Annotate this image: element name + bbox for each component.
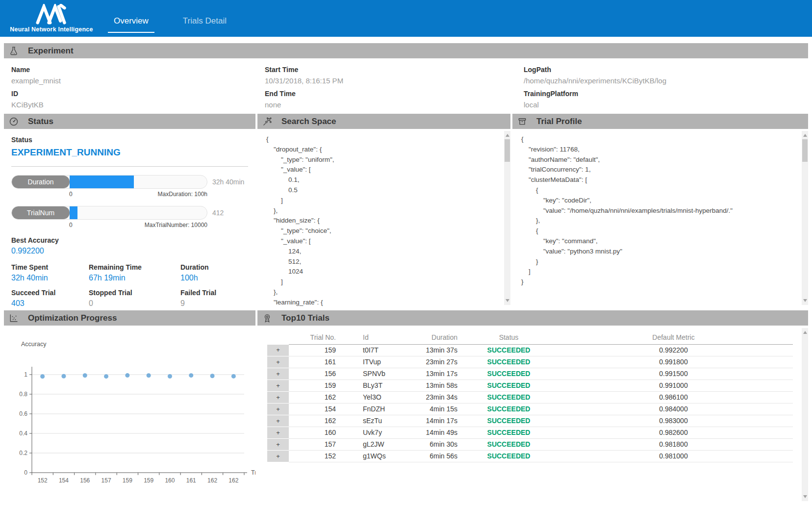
progress-min: 0 [69,191,73,198]
trial-no-cell: 162 [289,415,346,427]
expand-row-button[interactable]: + [267,451,289,462]
column-header-default-metric: Default Metric [554,331,793,345]
metric-cell: 0.991800 [554,356,793,368]
svg-text:159: 159 [123,477,132,484]
stat-cell: Duration 100h [180,263,248,282]
section-title: Search Space [281,117,336,126]
field-value: /home/quzha/nni/experiments/KCiBytKB/log [524,76,808,85]
gauge-icon [9,117,19,126]
table-row: + 159 t0I7T 13min 37s SUCCEEDED 0.992200 [267,345,793,356]
metric-cell: 0.991000 [554,380,793,392]
table-row: + 152 g1WQs 6min 56s SUCCEEDED 0.981000 [267,451,793,462]
scroll-thumb[interactable] [802,139,808,162]
experiment-info: Name example_mnist ID KCiBytKB Start Tim… [4,58,808,114]
stat-label: Duration [180,263,248,271]
svg-text:0.4: 0.4 [19,430,27,437]
scroll-thumb[interactable] [505,139,510,162]
expand-row-button[interactable]: + [267,380,289,392]
experiment-field: LogPath /home/quzha/nni/experiments/KCiB… [524,66,808,89]
trial-id-cell: t0I7T [346,345,400,356]
trial-no-cell: 154 [289,404,346,415]
table-row: + 162 Yel3O 23min 34s SUCCEEDED 0.986100 [267,392,793,404]
svg-text:162: 162 [207,477,217,484]
table-row: + 161 ITVup 23min 27s SUCCEEDED 0.991800 [267,356,793,368]
trial-id-cell: FnDZH [346,404,400,415]
expand-row-button[interactable]: + [267,415,289,427]
metric-cell: 0.981800 [554,439,793,451]
tab-trials-detail[interactable]: Trials Detail [177,4,232,33]
section-title: Top10 Trials [281,313,330,323]
field-label: ID [11,90,265,98]
tab-overview[interactable]: Overview [108,4,154,33]
top-trials-scrollbar[interactable] [802,328,808,501]
search-space-scrollbar[interactable] [504,131,510,305]
expand-row-button[interactable]: + [267,427,289,439]
progress-bar-fill [70,176,134,188]
expand-row-button[interactable]: + [267,404,289,415]
trial-no-cell: 162 [289,392,346,404]
duration-cell: 14min 17s [400,415,463,427]
status-section-header: Status [4,114,255,129]
status-panel: Status Status EXPERIMENT_RUNNING Duratio… [4,114,255,309]
optimization-section-header: Optimization Progress [4,310,255,326]
field-value: local [524,101,808,109]
status-cell: SUCCEEDED [463,368,554,380]
top-trials-section-header: Top10 Trials [257,310,808,326]
expand-row-button[interactable]: + [267,356,289,368]
best-accuracy-label: Best Accuracy [11,236,248,244]
metric-cell: 0.983000 [554,415,793,427]
trial-profile-scrollbar[interactable] [802,131,808,305]
section-title: Optimization Progress [28,313,117,323]
status-cell: SUCCEEDED [463,345,554,356]
brand-text: Neural Network Intelligence [10,26,93,33]
progress-block: Duration 32h 40min 0 MaxDuration: 100h [11,175,248,198]
scroll-up-arrow[interactable] [504,132,510,139]
optimization-panel: Optimization Progress Accuracy00.20.40.6… [4,310,255,504]
nni-logo-icon [34,4,69,25]
scroll-up-arrow[interactable] [802,329,808,336]
scroll-down-arrow[interactable] [504,297,510,304]
duration-cell: 14min 49s [400,427,463,439]
svg-text:0: 0 [24,469,27,476]
section-title: Status [28,117,53,126]
svg-text:156: 156 [80,477,90,484]
field-value: none [265,101,524,109]
expand-row-button[interactable]: + [267,345,289,356]
trial-profile-panel: Trial Profile { "revision": 11768, "auth… [512,114,808,309]
expander-column-header [267,331,289,345]
status-cell: SUCCEEDED [463,380,554,392]
progress-max: MaxTrialNumber: 10000 [145,222,207,228]
trial-id-cell: SPNVb [346,368,400,380]
field-label: TrainingPlatform [524,90,808,98]
scroll-down-arrow[interactable] [802,493,808,500]
progress-block: TrialNum 412 0 MaxTrialNumber: 10000 [11,206,248,228]
stat-value: 403 [11,299,89,308]
duration-cell: 13min 58s [400,380,463,392]
field-label: LogPath [524,66,808,74]
trial-no-cell: 160 [289,427,346,439]
scroll-up-arrow[interactable] [802,132,808,139]
trial-no-cell: 161 [289,356,346,368]
trial-no-cell: 152 [289,451,346,462]
duration-cell: 4min 15s [400,404,463,415]
archive-icon [517,117,527,126]
brand-block: Neural Network Intelligence [13,4,90,33]
search-space-json: { "dropout_rate": { "_type": "uniform", … [257,129,510,307]
top-navigation-bar: Neural Network Intelligence Overview Tri… [0,0,812,37]
search-space-panel: Search Space { "dropout_rate": { "_type"… [257,114,510,309]
stat-value: 32h 40min [11,274,89,282]
optimization-chart: Accuracy00.20.40.60.81152154156157159159… [4,326,255,492]
status-cell: SUCCEEDED [463,439,554,451]
progress-bar-value: 32h 40min [212,178,244,186]
trial-no-cell: 159 [289,380,346,392]
scroll-down-arrow[interactable] [802,297,808,304]
experiment-status-value: EXPERIMENT_RUNNING [11,147,248,158]
section-title: Experiment [28,46,74,56]
expand-row-button[interactable]: + [267,392,289,404]
status-cell: SUCCEEDED [463,451,554,462]
expand-row-button[interactable]: + [267,439,289,451]
trial-profile-section-header: Trial Profile [512,114,808,129]
expand-row-button[interactable]: + [267,368,289,380]
trial-id-cell: Yel3O [346,392,400,404]
metric-cell: 0.991500 [554,368,793,380]
